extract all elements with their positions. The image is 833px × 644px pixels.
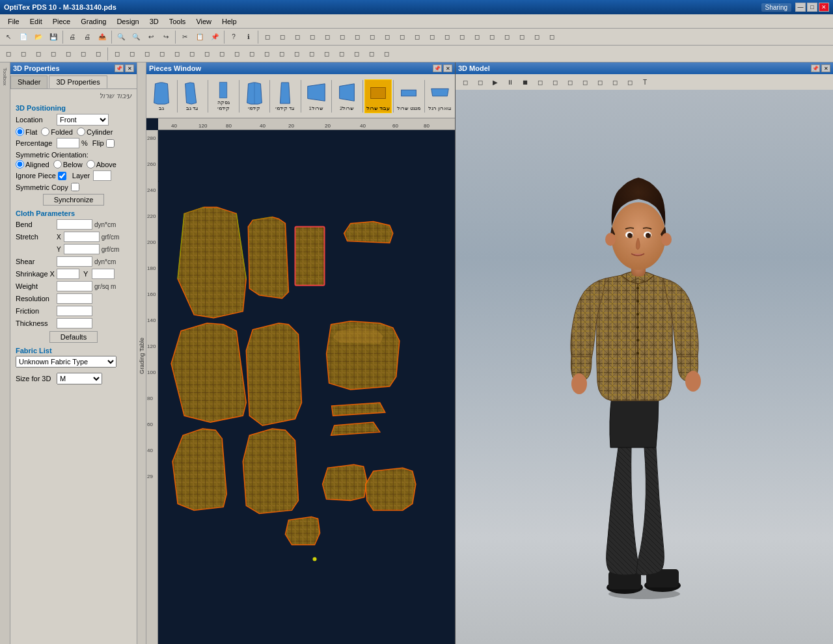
tool-redo[interactable]: ↪ (159, 30, 173, 44)
tool-c11[interactable]: ◻ (155, 47, 169, 61)
tool-c20[interactable]: ◻ (290, 47, 304, 61)
aligned-radio[interactable] (16, 160, 24, 168)
tool-open[interactable]: 📂 (31, 30, 46, 44)
tool-c17[interactable]: ◻ (245, 47, 259, 61)
tool-copy[interactable]: 📋 (193, 30, 207, 44)
tool-c1[interactable]: ◻ (1, 47, 16, 61)
tool-print[interactable]: 🖨 (65, 30, 79, 44)
shrinkage-y-input[interactable]: 0 (92, 269, 115, 279)
piece-thumb-front[interactable]: קידמי (241, 79, 269, 113)
minimize-button[interactable]: — (795, 3, 806, 12)
maximize-button[interactable]: □ (807, 3, 817, 12)
tool-help[interactable]: ? (226, 30, 241, 44)
menu-view[interactable]: View (191, 16, 217, 27)
flat-radio[interactable] (16, 127, 24, 136)
model-tb-8[interactable]: ◻ (563, 75, 577, 89)
tool-c14[interactable]: ◻ (200, 47, 214, 61)
menu-help[interactable]: Help (217, 16, 242, 27)
tool-c10[interactable]: ◻ (140, 47, 154, 61)
tool-c12[interactable]: ◻ (170, 47, 184, 61)
tool-c7[interactable]: ◻ (91, 47, 105, 61)
model-tb-4[interactable]: ⏸ (503, 75, 517, 89)
tool-c13[interactable]: ◻ (185, 47, 199, 61)
flat-radio-label[interactable]: Flat (16, 127, 37, 136)
model-tb-9[interactable]: ◻ (578, 75, 592, 89)
piece-thumb-sleeve-process[interactable]: עבוד שרול (364, 79, 392, 113)
tool-b7[interactable]: ◻ (350, 30, 364, 44)
cylinder-radio-label[interactable]: Cylinder (77, 127, 113, 136)
tool-b5[interactable]: ◻ (320, 30, 335, 44)
shrinkage-x-input[interactable]: 0 (57, 269, 79, 279)
menu-piece[interactable]: Piece (48, 16, 76, 27)
bend-input[interactable]: 500 (57, 219, 92, 230)
pieces-canvas[interactable]: 40 120 80 40 20 20 40 60 80 280 260 240 … (146, 118, 455, 644)
tool-zoom-in[interactable]: 🔍 (114, 30, 128, 44)
model-tb-10[interactable]: ◻ (593, 75, 607, 89)
tool-c5[interactable]: ◻ (61, 47, 75, 61)
tool-c9[interactable]: ◻ (125, 47, 139, 61)
tool-b18[interactable]: ◻ (515, 30, 529, 44)
percentage-input[interactable] (57, 138, 79, 148)
model-tb-2[interactable]: ◻ (473, 75, 487, 89)
menu-edit[interactable]: Edit (25, 16, 48, 27)
tool-info[interactable]: ℹ (241, 30, 256, 44)
stretch-y-input[interactable]: 500 (64, 244, 100, 254)
thickness-input[interactable]: 0.05 (57, 318, 92, 329)
tool-c24[interactable]: ◻ (349, 47, 364, 61)
tool-c16[interactable]: ◻ (230, 47, 244, 61)
symmetric-copy-checkbox[interactable] (71, 183, 79, 191)
tool-c21[interactable]: ◻ (305, 47, 319, 61)
tool-c19[interactable]: ◻ (275, 47, 289, 61)
model-tb-13[interactable]: T (638, 75, 652, 89)
pieces-pin-button[interactable]: 📌 (433, 64, 442, 72)
fabric-type-select[interactable]: Unknown Fabric Type (16, 356, 116, 368)
menu-grading[interactable]: Grading (75, 16, 111, 27)
tool-paste[interactable]: 📌 (208, 30, 222, 44)
shear-input[interactable]: 300 (57, 256, 92, 267)
tool-b16[interactable]: ◻ (485, 30, 499, 44)
tool-b17[interactable]: ◻ (500, 30, 514, 44)
size-select[interactable]: XS S M L XL (57, 373, 102, 384)
tool-c3[interactable]: ◻ (31, 47, 46, 61)
friction-input[interactable]: 0.01 (57, 306, 92, 316)
ignore-piece-checkbox[interactable] (58, 172, 66, 180)
tool-b13[interactable]: ◻ (440, 30, 454, 44)
tool-c8[interactable]: ◻ (110, 47, 124, 61)
piece-thumb-front-gusset[interactable]: גסקה קידמי (210, 79, 238, 113)
tool-b12[interactable]: ◻ (425, 30, 439, 44)
grading-table-strip[interactable]: Grading Table (137, 62, 146, 644)
tool-c4[interactable]: ◻ (46, 47, 61, 61)
tool-c26[interactable]: ◻ (379, 47, 394, 61)
tool-b9[interactable]: ◻ (380, 30, 394, 44)
piece-thumb-side-back[interactable]: צד גב (179, 79, 207, 113)
tool-select[interactable]: ↖ (1, 30, 16, 44)
weight-input[interactable]: 180 (57, 281, 92, 291)
tool-b8[interactable]: ◻ (365, 30, 379, 44)
pieces-close-button[interactable]: ✕ (443, 64, 452, 72)
folded-radio[interactable] (41, 127, 49, 136)
tool-b1[interactable]: ◻ (260, 30, 275, 44)
synchronize-button[interactable]: Synchronize (43, 194, 105, 206)
tool-zoom-out[interactable]: 🔍 (129, 30, 143, 44)
tool-b6[interactable]: ◻ (335, 30, 349, 44)
pattern-canvas[interactable] (158, 130, 455, 644)
tool-new[interactable]: 📄 (16, 30, 31, 44)
tool-b10[interactable]: ◻ (395, 30, 409, 44)
below-radio-label[interactable]: Below (53, 160, 83, 168)
location-select[interactable]: Front Back Left Right (57, 114, 109, 126)
tool-b2[interactable]: ◻ (275, 30, 290, 44)
model-tb-6[interactable]: ◻ (533, 75, 547, 89)
tool-export[interactable]: 📤 (95, 30, 109, 44)
tool-save[interactable]: 💾 (46, 30, 61, 44)
piece-thumb-back[interactable]: גב (148, 79, 176, 113)
menu-design[interactable]: Design (111, 16, 144, 27)
tool-undo[interactable]: ↩ (144, 30, 158, 44)
resolution-input[interactable]: 0.7 (57, 293, 92, 304)
model-pin-button[interactable]: 📌 (811, 64, 820, 72)
tool-print2[interactable]: 🖨 (80, 30, 94, 44)
tool-c2[interactable]: ◻ (16, 47, 31, 61)
tool-c6[interactable]: ◻ (76, 47, 90, 61)
menu-file[interactable]: File (3, 16, 25, 27)
tool-c15[interactable]: ◻ (215, 47, 229, 61)
model-tb-3[interactable]: ▶ (488, 75, 502, 89)
